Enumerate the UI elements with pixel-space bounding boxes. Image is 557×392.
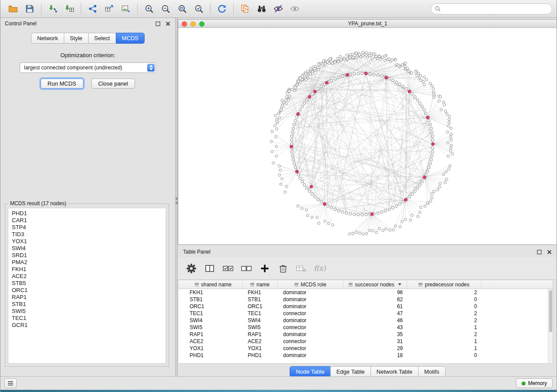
cell-shared-name: YOX1 — [184, 345, 242, 352]
delete-table-button[interactable] — [294, 261, 309, 276]
refresh-icon — [217, 3, 227, 14]
network-window-titlebar[interactable]: YPA_prune.txt_1 — [178, 20, 557, 28]
show-all-button[interactable] — [287, 2, 303, 16]
mcds-result-item[interactable]: SRD1 — [12, 252, 162, 259]
table-row[interactable]: STB1STB1dominator620 — [178, 296, 553, 303]
zoom-fit-button[interactable] — [174, 2, 190, 16]
mcds-result-item[interactable]: STB5 — [12, 280, 162, 287]
close-panel-icon[interactable] — [165, 21, 171, 27]
tab-style[interactable]: Style — [64, 33, 89, 44]
export-network-button[interactable] — [84, 2, 101, 16]
copy-share-button[interactable] — [237, 2, 253, 16]
mcds-result-item[interactable]: RAP1 — [12, 294, 162, 301]
zoom-out-button[interactable] — [157, 2, 174, 16]
mcds-result-item[interactable]: ORC1 — [12, 287, 162, 294]
apply-layout-button[interactable] — [214, 2, 230, 16]
scrollbar-thumb[interactable] — [549, 290, 552, 332]
status-menu-button[interactable] — [4, 378, 17, 388]
hide-selected-button[interactable] — [270, 2, 287, 16]
copy-document-icon — [240, 4, 250, 14]
show-columns-button[interactable] — [202, 261, 217, 276]
network-graph-canvas[interactable] — [178, 28, 557, 244]
run-mcds-button[interactable]: Run MCDS — [41, 79, 83, 89]
tab-motifs[interactable]: Motifs — [418, 366, 446, 377]
table-row[interactable]: RAP1RAP1dominator352 — [178, 331, 553, 338]
column-header-predecessor-nodes[interactable]: predecessor nodes — [407, 280, 481, 289]
export-table-button[interactable] — [101, 2, 118, 16]
close-panel-button[interactable]: Close panel — [91, 79, 135, 89]
column-header-shared-name[interactable]: shared name — [184, 280, 242, 289]
mcds-result-list[interactable]: PHD1CAR1STP4TID3YOX1SWI4SRD1PMA2FKH1ACE2… — [8, 208, 166, 364]
add-column-button[interactable] — [257, 261, 272, 276]
criterion-dropdown[interactable]: largest connected component (undirected) — [20, 62, 156, 73]
search-input[interactable] — [443, 6, 548, 12]
mcds-result-item[interactable]: ACE2 — [12, 273, 162, 280]
table-row[interactable]: PHD1PHD1dominator180 — [178, 352, 553, 359]
table-settings-button[interactable] — [184, 261, 199, 276]
delete-column-button[interactable] — [276, 261, 291, 276]
import-network-button[interactable] — [45, 2, 61, 16]
table-row[interactable]: TEC1TEC1connector472 — [178, 310, 553, 317]
column-header-name[interactable]: name — [242, 280, 278, 289]
float-table-panel-icon[interactable] — [536, 249, 542, 255]
cell-shared-name: RAP1 — [184, 331, 242, 338]
chevron-down-icon[interactable] — [398, 283, 401, 285]
mcds-result-item[interactable]: CAR1 — [12, 217, 162, 224]
cell-name: FKH1 — [242, 289, 278, 296]
row-gutter — [178, 352, 184, 359]
mcds-result-item[interactable]: SWI5 — [12, 308, 162, 315]
mcds-result-item[interactable]: TEC1 — [12, 315, 162, 322]
function-builder-button[interactable]: f(x) — [312, 261, 327, 276]
tab-mcds[interactable]: MCDS — [116, 33, 145, 44]
table-row[interactable]: ACE2ACE2connector311 — [178, 338, 553, 345]
float-panel-icon[interactable] — [155, 21, 161, 27]
mcds-result-item[interactable]: STP4 — [12, 224, 162, 231]
table-row[interactable]: ORC1ORC1dominator610 — [178, 303, 553, 310]
column-header-mcds-role[interactable]: MCDS role — [278, 280, 343, 289]
table-row[interactable]: YOX1YOX1connector291 — [178, 345, 553, 352]
gear-icon — [186, 263, 197, 274]
open-file-button[interactable] — [5, 2, 21, 16]
mcds-result-item[interactable]: PMA2 — [12, 259, 162, 266]
search-box[interactable] — [431, 3, 552, 14]
tab-edge-table[interactable]: Edge Table — [330, 366, 371, 377]
tab-select[interactable]: Select — [88, 33, 116, 44]
tab-node-table[interactable]: Node Table — [290, 366, 331, 377]
minimize-window-button[interactable] — [190, 21, 196, 27]
deselect-all-rows-button[interactable] — [239, 261, 254, 276]
column-header-successor-nodes[interactable]: successor nodes — [343, 280, 407, 289]
table-row[interactable]: FKH1FKH1dominator962 — [178, 289, 553, 296]
memory-button[interactable]: Memory — [516, 378, 553, 388]
export-image-icon — [121, 4, 131, 14]
row-gutter — [178, 317, 184, 324]
table-vertical-scrollbar[interactable] — [548, 289, 553, 363]
maximize-window-button[interactable] — [199, 21, 204, 27]
import-table-button[interactable] — [61, 2, 78, 16]
splitter-collapse-icon[interactable] — [175, 196, 177, 206]
zoom-out-icon — [161, 4, 171, 14]
zoom-in-button[interactable] — [141, 2, 157, 16]
close-table-panel-icon[interactable] — [547, 249, 552, 255]
save-session-button[interactable] — [21, 2, 38, 16]
row-filler — [481, 310, 553, 317]
tab-network-table[interactable]: Network Table — [370, 366, 419, 377]
find-neighbors-button[interactable] — [253, 2, 270, 16]
export-table-icon — [104, 4, 114, 14]
tab-network[interactable]: Network — [31, 33, 64, 44]
mcds-result-item[interactable]: FKH1 — [12, 266, 162, 273]
table-row[interactable]: SWI4SWI4dominator462 — [178, 317, 553, 324]
row-gutter — [178, 303, 184, 310]
mcds-result-item[interactable]: GCR1 — [12, 322, 162, 329]
export-image-button[interactable] — [118, 2, 134, 16]
close-window-button[interactable] — [182, 21, 187, 27]
cell-successor-nodes: 96 — [343, 289, 407, 296]
select-all-rows-button[interactable] — [221, 261, 235, 276]
mcds-result-item[interactable]: TID3 — [12, 231, 162, 238]
mcds-result-item[interactable]: YOX1 — [12, 238, 162, 245]
zoom-selected-button[interactable] — [190, 2, 207, 16]
mcds-result-item[interactable]: STB1 — [12, 301, 162, 308]
cell-successor-nodes: 62 — [343, 296, 407, 303]
table-row[interactable]: SWI5SWI5connector431 — [178, 324, 553, 331]
mcds-result-item[interactable]: PHD1 — [12, 210, 162, 217]
mcds-result-item[interactable]: SWI4 — [12, 245, 162, 252]
